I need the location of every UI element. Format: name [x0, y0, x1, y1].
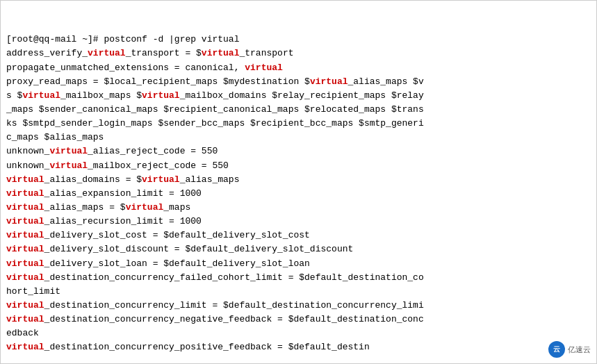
terminal-line: virtual_delivery_slot_discount = $defaul… — [6, 242, 591, 256]
terminal-line: hort_limit — [6, 285, 591, 299]
terminal-line: virtual_alias_domains = $virtual_alias_m… — [6, 173, 591, 187]
terminal-line: address_verify_virtual_transport = $virt… — [6, 47, 591, 60]
terminal-line: _maps $sender_canonical_maps $recipient_… — [6, 103, 591, 117]
terminal-line: unknown_virtual_alias_reject_code = 550 — [6, 144, 591, 158]
terminal-line: virtual_destination_concurrency_negative… — [6, 313, 591, 326]
terminal-window: [root@qq-mail ~]# postconf -d |grep virt… — [0, 0, 597, 364]
terminal-line: virtual_delivery_slot_loan = $default_de… — [6, 257, 591, 271]
terminal-line: s $virtual_mailbox_maps $virtual_mailbox… — [6, 89, 591, 103]
terminal-line: virtual_delivery_slot_cost = $default_de… — [6, 229, 591, 242]
terminal-line: virtual_alias_recursion_limit = 1000 — [6, 215, 591, 229]
terminal-line: virtual_destination_concurrency_limit = … — [6, 299, 591, 313]
terminal-line: virtual_destination_concurrency_positive… — [6, 340, 591, 354]
terminal-line: proxy_read_maps = $local_recipient_maps … — [6, 75, 591, 89]
terminal-line: edback — [6, 326, 591, 340]
terminal-line: propagate_unmatched_extensions = canonic… — [6, 61, 591, 75]
terminal-line: [root@qq-mail ~]# postconf -d |grep virt… — [6, 33, 591, 47]
terminal-line: unknown_virtual_mailbox_reject_code = 55… — [6, 159, 591, 173]
terminal-line: virtual_alias_maps = $virtual_maps — [6, 201, 591, 215]
terminal-line: virtual_destination_concurrency_failed_c… — [6, 271, 591, 285]
watermark-text: 亿速云 — [568, 345, 591, 355]
terminal-content: [root@qq-mail ~]# postconf -d |grep virt… — [1, 1, 596, 359]
terminal-line: c_maps $alias_maps — [6, 131, 591, 144]
watermark-logo: 云 — [548, 341, 565, 358]
terminal-line: ks $smtpd_sender_login_maps $sender_bcc_… — [6, 117, 591, 131]
terminal-line: virtual_alias_expansion_limit = 1000 — [6, 187, 591, 201]
watermark: 云 亿速云 — [548, 341, 591, 358]
